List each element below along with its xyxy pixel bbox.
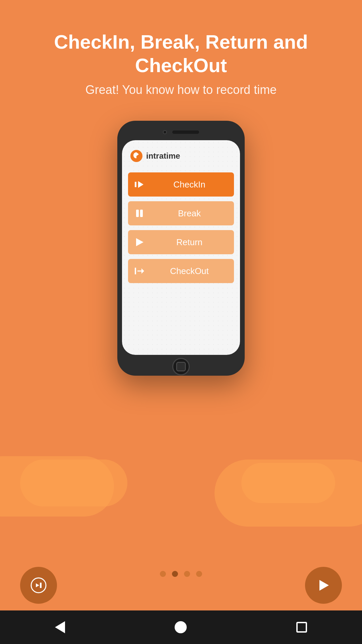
checkout-icon [133, 265, 145, 277]
play-icon [133, 236, 145, 248]
skip-icon [30, 577, 47, 594]
dot-3[interactable] [184, 571, 190, 577]
checkin-label: CheckIn [150, 179, 229, 190]
android-navigation-bar [0, 610, 362, 644]
app-logo: intratime [122, 140, 240, 169]
svg-marker-11 [319, 580, 329, 591]
nav-recent-button[interactable] [296, 622, 307, 633]
phone-camera [163, 130, 167, 134]
phone-body: intratime CheckIn [117, 121, 245, 376]
app-logo-icon [130, 150, 143, 162]
svg-rect-10 [40, 583, 42, 588]
svg-rect-6 [135, 268, 136, 274]
checkout-button[interactable]: CheckOut [128, 259, 234, 283]
phone-bottom-bar [122, 355, 240, 378]
return-button[interactable]: Return [128, 230, 234, 254]
nav-back-button[interactable] [55, 621, 65, 633]
checkin-icon [133, 178, 145, 191]
svg-marker-5 [136, 238, 143, 246]
dot-2[interactable] [172, 571, 178, 577]
phone-home-button[interactable] [172, 358, 190, 375]
phone-screen: intratime CheckIn [122, 140, 240, 355]
return-label: Return [150, 237, 229, 248]
pagination-dots [160, 571, 202, 577]
home-button-inner [176, 362, 186, 371]
break-button[interactable]: Break [128, 201, 234, 225]
screen-content: intratime CheckIn [122, 140, 240, 355]
checkin-button[interactable]: CheckIn [128, 172, 234, 197]
header-section: CheckIn, Break, Return and CheckOut Grea… [0, 0, 362, 110]
phone-top-bar [122, 125, 240, 139]
next-icon [315, 577, 332, 594]
break-label: Break [150, 208, 229, 219]
app-name: intratime [146, 151, 180, 161]
svg-rect-4 [140, 210, 143, 217]
svg-rect-3 [136, 210, 139, 217]
nav-home-button[interactable] [175, 621, 187, 633]
cloud-decoration [0, 402, 362, 537]
svg-marker-2 [138, 181, 143, 188]
skip-button[interactable] [20, 567, 57, 604]
checkout-label: CheckOut [150, 266, 229, 276]
phone-mockup: intratime CheckIn [117, 121, 245, 376]
pause-icon [133, 207, 145, 219]
page-subtitle: Great! You know how to record time [20, 83, 342, 97]
dot-4[interactable] [196, 571, 202, 577]
dot-1[interactable] [160, 571, 166, 577]
svg-rect-1 [135, 182, 136, 187]
action-buttons: CheckIn Break [122, 169, 240, 286]
next-button[interactable] [305, 567, 342, 604]
svg-marker-8 [141, 268, 144, 274]
page-title: CheckIn, Break, Return and CheckOut [20, 30, 342, 77]
phone-speaker [172, 130, 199, 134]
